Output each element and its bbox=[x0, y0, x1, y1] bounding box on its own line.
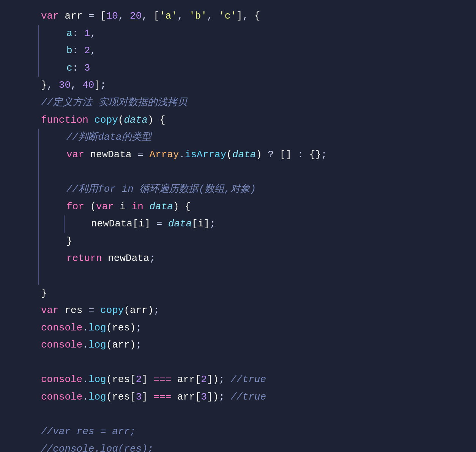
code-editor: var arr = [10, 20, ['a', 'b', 'c'], { a:… bbox=[0, 0, 476, 452]
code-line-5: }, 30, 40]; bbox=[0, 77, 476, 94]
code-line-24 bbox=[0, 406, 476, 424]
code-line-11: //利用for in 循环遍历数据(数组,对象) bbox=[0, 181, 476, 198]
code-line-25: //var res = arr; bbox=[0, 423, 476, 441]
code-line-15: return newData; bbox=[0, 250, 476, 267]
indent-bar bbox=[38, 250, 39, 267]
line-text: } bbox=[0, 234, 73, 250]
code-line-7: function copy(data) { bbox=[0, 112, 476, 129]
line-text: } bbox=[0, 286, 47, 302]
line-text: console.log(res); bbox=[0, 320, 142, 336]
code-line-8: //判断data的类型 bbox=[0, 129, 476, 146]
line-text bbox=[0, 268, 73, 284]
code-line-20: console.log(arr); bbox=[0, 337, 476, 354]
indent-bar bbox=[38, 215, 39, 233]
indent-bar bbox=[38, 267, 39, 285]
line-text: //定义方法 实现对数据的浅拷贝 bbox=[0, 95, 187, 111]
line-text: function copy(data) { bbox=[0, 112, 165, 128]
code-line-21 bbox=[0, 354, 476, 371]
code-line-14: } bbox=[0, 233, 476, 250]
indent-bar bbox=[38, 25, 39, 43]
indent-bar bbox=[38, 163, 39, 181]
line-text bbox=[0, 164, 73, 180]
code-line-10 bbox=[0, 163, 476, 181]
line-text: b: 2, bbox=[0, 43, 96, 59]
code-line-13: newData[i] = data[i]; bbox=[0, 215, 476, 233]
line-text: console.log(arr); bbox=[0, 337, 142, 353]
line-text: //console.log(res); bbox=[0, 441, 153, 452]
code-line-3: b: 2, bbox=[0, 42, 476, 60]
code-line-6: //定义方法 实现对数据的浅拷贝 bbox=[0, 94, 476, 112]
code-line-22: console.log(res[2] === arr[2]); //true bbox=[0, 371, 476, 389]
code-line-9: var newData = Array.isArray(data) ? [] :… bbox=[0, 146, 476, 164]
line-text: a: 1, bbox=[0, 26, 96, 42]
line-text bbox=[0, 407, 47, 423]
indent-bar-2 bbox=[64, 215, 65, 233]
code-line-12: for (var i in data) { bbox=[0, 198, 476, 216]
line-text: //var res = arr; bbox=[0, 424, 136, 440]
indent-bar bbox=[38, 146, 39, 164]
indent-bar bbox=[38, 42, 39, 60]
code-line-19: console.log(res); bbox=[0, 319, 476, 337]
code-line-17: } bbox=[0, 285, 476, 302]
line-text: c: 3 bbox=[0, 60, 90, 76]
line-text: var newData = Array.isArray(data) ? [] :… bbox=[0, 147, 327, 163]
line-text: //判断data的类型 bbox=[0, 130, 151, 145]
line-text: var res = copy(arr); bbox=[0, 303, 159, 319]
indent-bar bbox=[38, 60, 39, 77]
line-text: return newData; bbox=[0, 251, 155, 267]
code-line-18: var res = copy(arr); bbox=[0, 302, 476, 319]
indent-bar bbox=[38, 198, 39, 216]
indent-bar bbox=[38, 233, 39, 250]
code-line-1: var arr = [10, 20, ['a', 'b', 'c'], { bbox=[0, 8, 476, 25]
line-text: console.log(res[3] === arr[3]); //true bbox=[0, 389, 266, 405]
code-line-16 bbox=[0, 267, 476, 285]
indent-bar bbox=[38, 129, 39, 146]
line-text bbox=[0, 355, 47, 371]
line-text: var arr = [10, 20, ['a', 'b', 'c'], { bbox=[0, 8, 260, 24]
line-text: console.log(res[2] === arr[2]); //true bbox=[0, 372, 266, 388]
line-text: newData[i] = data[i]; bbox=[0, 216, 216, 232]
code-line-23: console.log(res[3] === arr[3]); //true bbox=[0, 389, 476, 406]
line-text: for (var i in data) { bbox=[0, 199, 191, 215]
code-line-26: //console.log(res); bbox=[0, 441, 476, 452]
code-line-2: a: 1, bbox=[0, 25, 476, 43]
line-text: }, 30, 40]; bbox=[0, 77, 106, 93]
code-line-4: c: 3 bbox=[0, 60, 476, 77]
indent-bar bbox=[38, 181, 39, 198]
